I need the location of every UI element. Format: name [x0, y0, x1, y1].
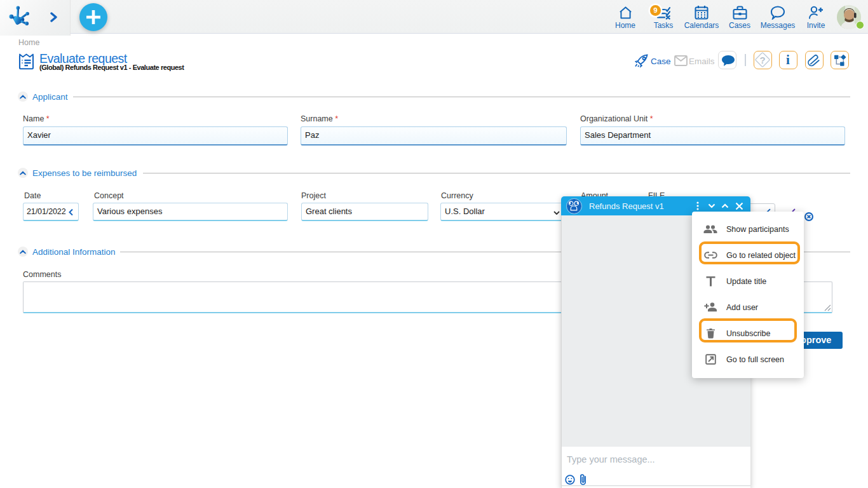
svg-text:?: ? [759, 55, 765, 65]
svg-text:i: i [786, 52, 790, 67]
